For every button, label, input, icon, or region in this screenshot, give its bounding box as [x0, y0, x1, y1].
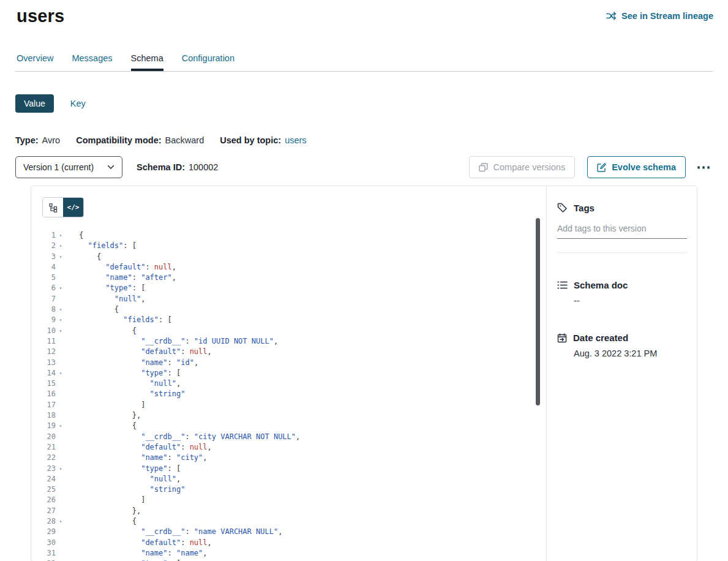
key-toggle-button[interactable]: Key	[70, 99, 86, 108]
value-toggle-button[interactable]: Value	[15, 94, 54, 113]
code-text: {	[66, 252, 101, 262]
fold-spacer	[56, 474, 66, 484]
line-number: 2	[31, 241, 56, 251]
code-lines: 1▾{2▾ "fields": [3▾ {4 "default": null,5…	[31, 230, 546, 561]
fold-toggle-icon[interactable]: ▾	[56, 241, 66, 251]
code-text: ]	[66, 495, 145, 505]
tree-view-button[interactable]	[43, 198, 63, 217]
code-text: "__crdb__": "city VARCHAR NOT NULL",	[66, 432, 300, 442]
editor-scrollbar[interactable]	[536, 218, 540, 405]
date-created-header: Date created	[557, 333, 687, 343]
line-number: 14	[31, 368, 56, 378]
tab-messages[interactable]: Messages	[72, 53, 112, 71]
tags-title: Tags	[574, 203, 595, 213]
tags-header: Tags	[557, 203, 687, 213]
code-line: 29 "__crdb__": "name VARCHAR NULL",	[31, 527, 546, 537]
line-number: 3	[31, 252, 56, 262]
code-text: {	[66, 421, 137, 431]
line-number: 9	[31, 315, 56, 325]
code-line: 2▾ "fields": [	[31, 241, 546, 251]
tab-schema[interactable]: Schema	[131, 53, 163, 71]
line-number: 10	[31, 326, 56, 336]
code-view-icon: </>	[67, 203, 80, 211]
schema-id-value: 100002	[189, 162, 218, 172]
line-number: 24	[31, 474, 56, 484]
version-select[interactable]: Version 1 (current)	[15, 156, 122, 178]
fold-spacer	[56, 273, 66, 283]
date-created-section: Date created Aug. 3 2022 3:21 PM	[557, 333, 687, 358]
line-number: 21	[31, 442, 56, 453]
calendar-icon	[557, 333, 567, 343]
line-number: 23	[31, 464, 56, 474]
topic-link[interactable]: users	[285, 135, 306, 145]
code-text: "null",	[66, 474, 181, 484]
line-number: 28	[31, 516, 56, 527]
fold-toggle-icon[interactable]: ▾	[56, 464, 66, 474]
fold-toggle-icon[interactable]: ▾	[56, 368, 66, 378]
code-text: "name": "name",	[66, 548, 208, 559]
fold-spacer	[56, 378, 66, 389]
line-number: 20	[31, 432, 56, 442]
schema-meta-row: Type: Avro Compatibility mode: Backward …	[15, 135, 713, 145]
line-number: 6	[31, 283, 56, 293]
code-line: 1▾{	[31, 230, 546, 241]
code-line: 10▾ {	[31, 326, 546, 336]
fold-toggle-icon[interactable]: ▾	[56, 283, 66, 293]
fold-spacer	[56, 495, 66, 505]
stream-lineage-link[interactable]: See in Stream lineage	[606, 11, 713, 21]
tab-overview[interactable]: Overview	[17, 53, 53, 71]
code-view-button[interactable]: </>	[63, 198, 83, 217]
date-created-value: Aug. 3 2022 3:21 PM	[574, 348, 687, 358]
fold-toggle-icon[interactable]: ▾	[56, 304, 66, 315]
fold-spacer	[56, 294, 66, 304]
schema-page: users See in Stream lineage Overview Mes…	[0, 0, 728, 561]
code-line: 28▾ {	[31, 516, 546, 527]
editor-view-toggle: </>	[42, 197, 84, 217]
fold-spacer	[56, 347, 66, 357]
tag-icon	[557, 203, 568, 213]
fold-toggle-icon[interactable]: ▾	[56, 326, 66, 336]
schema-doc-value: --	[574, 296, 687, 306]
code-line: 32▾ "type": [	[31, 559, 546, 561]
code-text: {	[66, 304, 119, 315]
compare-icon	[479, 163, 488, 172]
code-text: "__crdb__": "id UUID NOT NULL",	[66, 336, 278, 347]
code-text: "fields": [	[66, 241, 137, 251]
edit-icon	[597, 163, 606, 172]
fold-spacer	[56, 336, 66, 347]
schema-doc-header: Schema doc	[557, 280, 687, 290]
fold-toggle-icon[interactable]: ▾	[56, 559, 66, 561]
tags-section: Tags	[557, 203, 687, 253]
fold-spacer	[56, 262, 66, 273]
fold-toggle-icon[interactable]: ▾	[56, 421, 66, 431]
fold-toggle-icon[interactable]: ▾	[56, 252, 66, 262]
fold-spacer	[56, 410, 66, 421]
fold-toggle-icon[interactable]: ▾	[56, 516, 66, 527]
fold-toggle-icon[interactable]: ▾	[56, 315, 66, 325]
compatibility-mode-value: Backward	[165, 135, 205, 145]
code-line: 19▾ {	[31, 421, 546, 431]
tab-bar: Overview Messages Schema Configuration	[15, 53, 713, 72]
fold-spacer	[56, 389, 66, 399]
fold-spacer	[56, 432, 66, 442]
fold-spacer	[56, 358, 66, 368]
code-text: {	[66, 326, 137, 336]
line-number: 32	[31, 559, 56, 561]
line-number: 1	[31, 230, 56, 241]
tags-input[interactable]	[557, 221, 687, 239]
fold-spacer	[56, 538, 66, 548]
evolve-schema-button[interactable]: Evolve schema	[587, 156, 686, 178]
code-line: 16 "string"	[31, 389, 546, 399]
code-text: "name": "id",	[66, 358, 198, 368]
fold-toggle-icon[interactable]: ▾	[56, 230, 66, 241]
compare-versions-button[interactable]: Compare versions	[469, 156, 576, 178]
schema-doc-title: Schema doc	[574, 280, 628, 290]
type-label: Type:	[15, 135, 39, 145]
code-line: 30 "default": null,	[31, 538, 546, 548]
code-text: "default": null,	[66, 442, 212, 453]
code-line: 15 "null",	[31, 378, 546, 389]
more-options-button[interactable]: ⋯	[694, 162, 713, 173]
line-number: 29	[31, 527, 56, 537]
code-line: 12 "default": null,	[31, 347, 546, 357]
tab-configuration[interactable]: Configuration	[182, 53, 235, 71]
